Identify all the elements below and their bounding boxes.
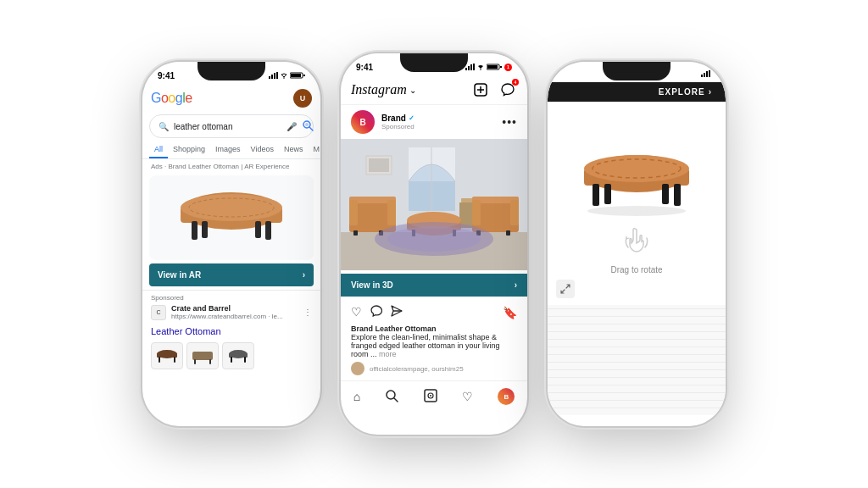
ar-striped-area xyxy=(548,305,726,415)
tab-all[interactable]: All xyxy=(149,141,168,158)
phone-google: 9:41 xyxy=(142,62,320,426)
svg-rect-86 xyxy=(604,184,611,204)
commenter-avatar xyxy=(351,362,364,375)
ig-add-icon[interactable] xyxy=(471,80,490,99)
svg-rect-29 xyxy=(244,357,246,363)
google-avatar[interactable]: U xyxy=(293,89,312,108)
signal-icon-2 xyxy=(465,64,475,70)
brand-more-icon[interactable]: ⋮ xyxy=(303,308,312,317)
product-link[interactable]: Leather Ottoman xyxy=(142,324,320,339)
svg-rect-0 xyxy=(269,76,270,79)
ig-messages-icon[interactable]: 4 xyxy=(498,80,517,99)
svg-line-71 xyxy=(394,398,398,402)
svg-rect-59 xyxy=(510,200,519,225)
google-screen: 9:41 xyxy=(142,62,320,426)
g-letter-g2: g xyxy=(175,91,182,105)
brand-name: Crate and Barrel xyxy=(171,304,298,313)
svg-rect-2 xyxy=(274,73,275,79)
svg-rect-61 xyxy=(506,230,510,236)
explore-link[interactable]: EXPLORE › xyxy=(659,87,712,97)
ig-caption-brand: Brand xyxy=(351,324,373,333)
ar-product-area: Drag to rotate xyxy=(548,102,726,305)
thumbnails-row xyxy=(142,339,320,373)
ar-expand-button[interactable] xyxy=(556,280,575,298)
thumb-2[interactable] xyxy=(186,342,219,369)
ig-share-icon[interactable] xyxy=(391,305,403,319)
ig-commenters: officialcolerampage, ourshim25 xyxy=(370,365,464,373)
time-1: 9:41 xyxy=(158,71,175,80)
messenger-icon xyxy=(501,83,515,97)
svg-rect-36 xyxy=(487,65,498,69)
svg-point-74 xyxy=(430,395,431,396)
signal-icon xyxy=(269,72,278,79)
ig-actions-row: ♡ 🔖 xyxy=(341,300,527,323)
ig-dropdown-arrow[interactable]: ⌄ xyxy=(409,86,416,95)
ig-comments-row: officialcolerampage, ourshim25 xyxy=(341,360,527,377)
ig-nav-profile[interactable]: B xyxy=(498,388,515,405)
svg-rect-37 xyxy=(500,66,502,68)
thumb-1[interactable] xyxy=(151,342,183,369)
explore-arrow: › xyxy=(709,87,712,97)
tab-shopping[interactable]: Shopping xyxy=(168,141,210,158)
notification-badge: 1 xyxy=(504,64,512,71)
tab-images[interactable]: Images xyxy=(210,141,246,158)
search-bar[interactable]: 🔍 🎤 xyxy=(149,114,314,138)
phone-ar: EXPLORE › xyxy=(548,62,726,426)
ig-save-icon[interactable]: 🔖 xyxy=(503,306,517,319)
ig-post-more[interactable]: ••• xyxy=(502,115,517,129)
svg-rect-76 xyxy=(704,73,705,77)
ig-nav-reels[interactable] xyxy=(424,389,437,405)
ottoman-svg-ar xyxy=(569,133,704,218)
g-letter-e: e xyxy=(185,91,192,105)
mic-icon[interactable]: 🎤 xyxy=(287,122,297,131)
svg-rect-24 xyxy=(194,359,196,364)
search-input[interactable] xyxy=(174,122,281,131)
svg-rect-21 xyxy=(159,357,160,363)
svg-line-10 xyxy=(309,127,313,130)
view-ar-button[interactable]: View in AR › xyxy=(149,263,314,286)
status-icons-1 xyxy=(269,72,305,79)
ig-nav-home[interactable]: ⌂ xyxy=(353,390,360,403)
ig-poster-avatar: B xyxy=(351,110,375,134)
svg-rect-58 xyxy=(472,200,481,225)
ig-nav-search[interactable] xyxy=(385,389,398,405)
ig-room-scene xyxy=(341,139,527,270)
google-logo: Google xyxy=(151,91,192,106)
ig-nav-likes[interactable]: ♡ xyxy=(462,390,473,403)
svg-rect-22 xyxy=(174,357,175,363)
tab-videos[interactable]: Videos xyxy=(246,141,279,158)
ig-caption-product-name: Leather Ottoman xyxy=(376,324,437,333)
sponsored-section: Sponsored C Crate and Barrel https://www… xyxy=(142,290,320,324)
svg-point-79 xyxy=(587,206,686,216)
svg-rect-30 xyxy=(465,68,467,70)
thumb-3[interactable] xyxy=(222,342,254,369)
instagram-screen: 9:41 xyxy=(341,53,527,435)
tab-more[interactable]: M xyxy=(308,141,320,158)
svg-rect-87 xyxy=(662,184,669,204)
phone-instagram: 9:41 xyxy=(341,53,527,435)
explore-label: EXPLORE xyxy=(659,87,705,97)
svg-rect-75 xyxy=(701,75,703,77)
svg-rect-52 xyxy=(349,200,358,225)
ig-like-icon[interactable]: ♡ xyxy=(351,305,362,319)
brand-icon: C xyxy=(151,305,166,320)
svg-rect-32 xyxy=(470,64,472,70)
svg-point-9 xyxy=(305,123,309,126)
google-header: Google U xyxy=(142,86,320,111)
g-letter-g: G xyxy=(151,91,161,105)
drag-to-rotate-label: Drag to rotate xyxy=(610,265,662,274)
tab-news[interactable]: News xyxy=(279,141,309,158)
expand-icon xyxy=(560,284,570,294)
ig-more-link[interactable]: more xyxy=(379,350,397,358)
lens-icon[interactable] xyxy=(302,119,314,133)
battery-icon xyxy=(290,72,305,79)
svg-rect-33 xyxy=(473,64,475,70)
view-3d-button[interactable]: View in 3D › xyxy=(341,274,527,297)
ig-comment-icon[interactable] xyxy=(370,305,382,319)
view-3d-label: View in 3D xyxy=(351,280,393,290)
svg-rect-3 xyxy=(276,72,278,79)
ig-header: Instagram ⌄ 4 xyxy=(341,77,527,105)
ig-bottom-nav: ⌂ ♡ B xyxy=(341,380,527,408)
brand-url: https://www.crateandbarrel.com · le... xyxy=(171,313,298,320)
wifi-icon-2 xyxy=(477,64,484,70)
